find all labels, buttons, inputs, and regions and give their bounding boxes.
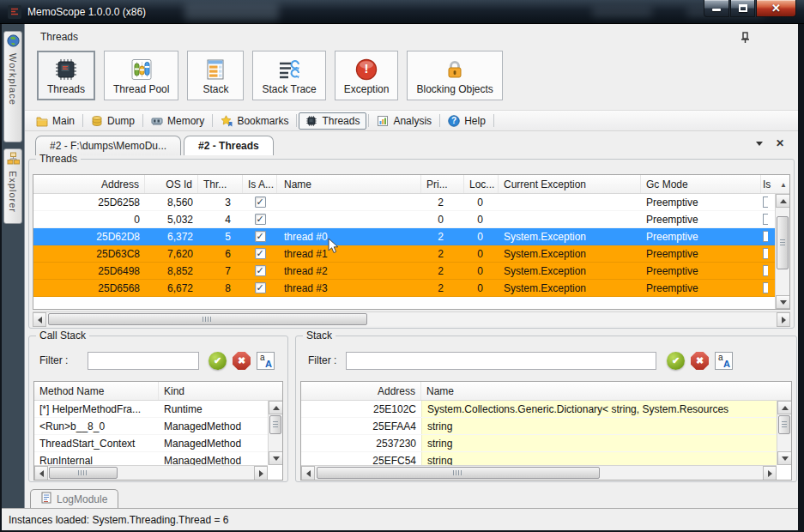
cell-address: 25D6258 — [33, 194, 145, 210]
call-stack-row[interactable]: <Run>b__8_0 ManagedMethod — [34, 418, 268, 435]
exception-button[interactable]: ! Exception — [335, 51, 399, 100]
sidebar-tab-explorer[interactable]: Explorer — [3, 148, 22, 224]
stack-trace-button[interactable]: Stack Trace — [252, 51, 325, 100]
stack-row[interactable]: 2537230 string — [301, 435, 777, 452]
stack-row[interactable]: 25E102C System.Collections.Generic.Dicti… — [301, 401, 777, 418]
thread-row-selected[interactable]: 25D62D8 6,372 5 ✓ thread #0 2 0 System.E… — [33, 228, 775, 245]
scroll-down-button[interactable] — [269, 451, 283, 465]
threads-horizontal-scrollbar[interactable] — [33, 311, 790, 326]
tab-threads[interactable]: #2 - Threads — [184, 136, 274, 155]
threads-button[interactable]: Threads — [37, 51, 95, 100]
thread-pool-button[interactable]: Thread Pool — [104, 51, 178, 100]
menu-item-threads[interactable]: Threads — [299, 112, 366, 130]
column-header-osid[interactable]: OS Id — [145, 175, 198, 193]
close-button[interactable]: ✕ — [756, 0, 796, 17]
sort-ascending-icon[interactable]: ▲ — [780, 181, 787, 189]
scroll-right-button[interactable] — [777, 312, 790, 327]
scrollbar-thumb[interactable] — [49, 467, 118, 479]
call-stack-horizontal-scrollbar[interactable] — [34, 465, 268, 480]
menu-item-memory[interactable]: Memory — [145, 113, 210, 129]
menu-item-analysis[interactable]: Analysis — [371, 113, 438, 129]
minimize-button[interactable] — [704, 0, 729, 17]
menu-item-main[interactable]: Main — [30, 113, 81, 129]
column-header-kind[interactable]: Kind — [159, 382, 282, 400]
scroll-left-button[interactable] — [33, 312, 46, 327]
checkbox-checked[interactable]: ✓ — [255, 214, 266, 225]
blocking-objects-button[interactable]: Blocking Objects — [407, 51, 502, 100]
checkbox-partial — [763, 214, 768, 225]
checkbox-checked[interactable]: ✓ — [255, 196, 266, 208]
window-controls: ✕ — [704, 0, 796, 17]
checkbox-checked[interactable]: ✓ — [255, 248, 266, 259]
checkbox-checked[interactable]: ✓ — [255, 231, 266, 242]
threads-vertical-scrollbar[interactable] — [775, 194, 789, 309]
maximize-button[interactable] — [730, 0, 755, 17]
cell-priority: 2 — [421, 245, 464, 262]
tab-list-chevron-icon[interactable] — [756, 142, 763, 146]
log-module-tab[interactable]: LogModule — [30, 489, 118, 508]
scrollbar-thumb[interactable] — [777, 216, 789, 269]
stack-row[interactable]: 25EFAA4 string — [301, 418, 777, 435]
filter-label: Filter : — [39, 354, 68, 366]
scroll-down-button[interactable] — [776, 295, 790, 309]
stack-filter-input[interactable] — [346, 352, 656, 370]
scroll-right-button[interactable] — [254, 466, 268, 481]
match-case-button[interactable]: a A — [715, 352, 733, 370]
stack-vertical-scrollbar[interactable] — [777, 401, 791, 465]
scrollbar-thumb[interactable] — [317, 467, 600, 479]
column-header-address[interactable]: Address — [33, 175, 145, 193]
callstack-filter-input[interactable] — [88, 352, 199, 370]
thread-row[interactable]: 0 5,032 4 ✓ 0 0 Preemptive — [33, 211, 775, 228]
call-stack-row[interactable]: ThreadStart_Context ManagedMethod — [34, 435, 268, 452]
column-header-lockcount[interactable]: Loc... — [464, 175, 499, 193]
column-header-method-name[interactable]: Method Name — [34, 382, 159, 400]
stack-button[interactable]: Stack — [187, 51, 244, 100]
menu-item-help[interactable]: ? Help — [442, 113, 492, 129]
scroll-up-button[interactable] — [776, 194, 790, 208]
column-header-priority[interactable]: Pri... — [421, 175, 464, 193]
scroll-left-button[interactable] — [34, 466, 48, 481]
pin-icon[interactable] — [740, 32, 752, 45]
menu-item-dump[interactable]: Dump — [85, 113, 141, 129]
uppercase-a-glyph: A — [723, 359, 730, 369]
call-stack-vertical-scrollbar[interactable] — [268, 401, 282, 465]
column-header-threadid[interactable]: Thr... — [198, 175, 243, 193]
menu-item-label: Analysis — [393, 115, 432, 127]
cell-gcmode: Preemptive — [641, 194, 761, 210]
filter-clear-button[interactable]: ✖ — [233, 352, 251, 370]
thread-row-highlighted[interactable]: 25D63C8 7,620 6 ✓ thread #1 2 0 System.E… — [33, 245, 775, 263]
stack-horizontal-scrollbar[interactable] — [301, 465, 777, 480]
match-case-button[interactable]: a A — [257, 352, 275, 370]
sidebar-tab-workplace[interactable]: Workplace — [3, 31, 22, 142]
filter-apply-button[interactable]: ✔ — [209, 352, 227, 370]
arrow-right-icon — [259, 470, 263, 477]
scroll-right-button[interactable] — [763, 466, 777, 481]
checkbox-checked[interactable]: ✓ — [255, 282, 266, 293]
scroll-up-button[interactable] — [269, 401, 283, 414]
thread-row-highlighted[interactable]: 25D6498 8,852 7 ✓ thread #2 2 0 System.E… — [33, 263, 775, 280]
column-header-address[interactable]: Address — [301, 382, 421, 400]
column-header-current-exception[interactable]: Current Exception — [499, 175, 641, 193]
scroll-up-button[interactable] — [777, 401, 792, 414]
scroll-left-button[interactable] — [301, 466, 315, 481]
column-header-name[interactable]: Name — [421, 382, 791, 400]
column-header-isalive[interactable]: Is A... — [243, 175, 277, 193]
thread-row[interactable]: 25D6258 8,560 3 ✓ 2 0 Preemptive — [33, 194, 775, 211]
ribbon-button-label: Stack — [203, 83, 228, 95]
thread-row-highlighted[interactable]: 25D6568 6,672 8 ✓ thread #3 2 0 System.E… — [33, 280, 775, 297]
filter-clear-button[interactable]: ✖ — [691, 352, 709, 370]
checkbox-checked[interactable]: ✓ — [255, 265, 266, 276]
scrollbar-thumb[interactable] — [778, 415, 790, 434]
tab-close-icon[interactable]: ✕ — [776, 139, 784, 148]
scroll-down-button[interactable] — [777, 451, 792, 465]
stack-groupbox: Stack Filter : ✔ ✖ a A Address Name 25E1… — [295, 336, 797, 482]
cell-address: 2537230 — [301, 435, 421, 451]
filter-apply-button[interactable]: ✔ — [667, 352, 685, 370]
scrollbar-thumb[interactable] — [48, 313, 367, 325]
menu-item-bookmarks[interactable]: Bookmarks — [215, 113, 294, 129]
column-header-name[interactable]: Name — [277, 175, 421, 193]
scrollbar-thumb[interactable] — [269, 415, 281, 434]
stack-table-header: Address Name — [301, 382, 791, 401]
column-header-gcmode[interactable]: Gc Mode — [641, 175, 761, 193]
call-stack-row[interactable]: [*] HelperMethodFra... Runtime — [34, 401, 268, 418]
